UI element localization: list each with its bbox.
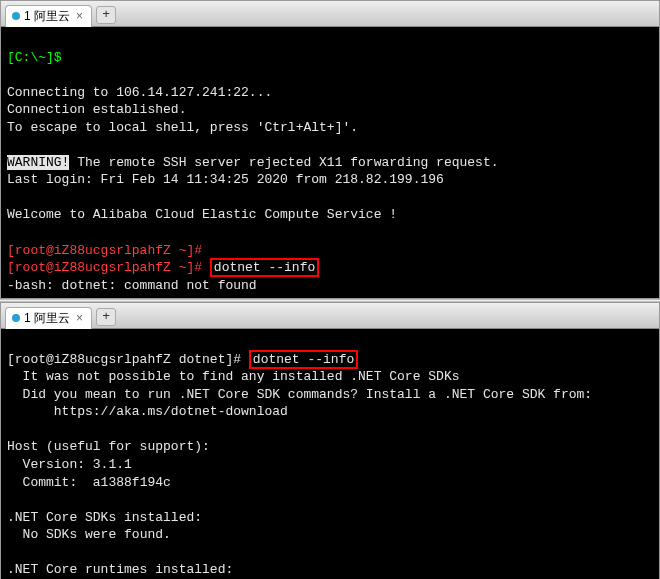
- tab-label: 1 阿里云: [24, 310, 70, 327]
- highlighted-command-1: dotnet --info: [210, 258, 319, 277]
- highlighted-command-2: dotnet --info: [249, 350, 358, 369]
- line-err3: https://aka.ms/dotnet-download: [7, 404, 288, 419]
- tab-add-button[interactable]: +: [96, 6, 116, 24]
- line-commit: Commit: a1388f194c: [7, 475, 171, 490]
- tab-add-button[interactable]: +: [96, 308, 116, 326]
- line-bash-error: -bash: dotnet: command not found: [7, 278, 257, 293]
- shell-prompt-3: [root@iZ88ucgsrlpahfZ dotnet]#: [7, 352, 249, 367]
- line-escape: To escape to local shell, press 'Ctrl+Al…: [7, 120, 358, 135]
- terminal-window-2: 1 阿里云 × + [root@iZ88ucgsrlpahfZ dotnet]#…: [0, 302, 660, 579]
- line-established: Connection established.: [7, 102, 186, 117]
- close-icon[interactable]: ×: [74, 9, 85, 23]
- tab-status-dot-icon: [12, 314, 20, 322]
- line-err1: It was not possible to find any installe…: [7, 369, 459, 384]
- line-connecting: Connecting to 106.14.127.241:22...: [7, 85, 272, 100]
- tab-active[interactable]: 1 阿里云 ×: [5, 307, 92, 329]
- tab-active[interactable]: 1 阿里云 ×: [5, 5, 92, 27]
- tab-bar: 1 阿里云 × +: [1, 1, 659, 27]
- warning-rest: The remote SSH server rejected X11 forwa…: [69, 155, 498, 170]
- close-icon[interactable]: ×: [74, 311, 85, 325]
- line-err2: Did you mean to run .NET Core SDK comman…: [7, 387, 592, 402]
- terminal-window-1: 1 阿里云 × + [C:\~]$ Connecting to 106.14.1…: [0, 0, 660, 299]
- terminal-output-2[interactable]: [root@iZ88ucgsrlpahfZ dotnet]# dotnet --…: [1, 329, 659, 579]
- tab-bar: 1 阿里云 × +: [1, 303, 659, 329]
- shell-prompt-2: [root@iZ88ucgsrlpahfZ ~]#: [7, 260, 210, 275]
- runtimes-header: .NET Core runtimes installed:: [7, 562, 233, 577]
- local-prompt: [C:\~]$: [7, 50, 62, 65]
- line-version: Version: 3.1.1: [7, 457, 132, 472]
- tab-label: 1 阿里云: [24, 8, 70, 25]
- line-welcome: Welcome to Alibaba Cloud Elastic Compute…: [7, 207, 397, 222]
- shell-prompt-1: [root@iZ88ucgsrlpahfZ ~]#: [7, 243, 210, 258]
- warning-label: WARNING!: [7, 155, 69, 170]
- tab-status-dot-icon: [12, 12, 20, 20]
- terminal-output-1[interactable]: [C:\~]$ Connecting to 106.14.127.241:22.…: [1, 27, 659, 298]
- line-sdks-none: No SDKs were found.: [7, 527, 171, 542]
- line-lastlogin: Last login: Fri Feb 14 11:34:25 2020 fro…: [7, 172, 444, 187]
- sdks-header: .NET Core SDKs installed:: [7, 510, 202, 525]
- host-header: Host (useful for support):: [7, 439, 210, 454]
